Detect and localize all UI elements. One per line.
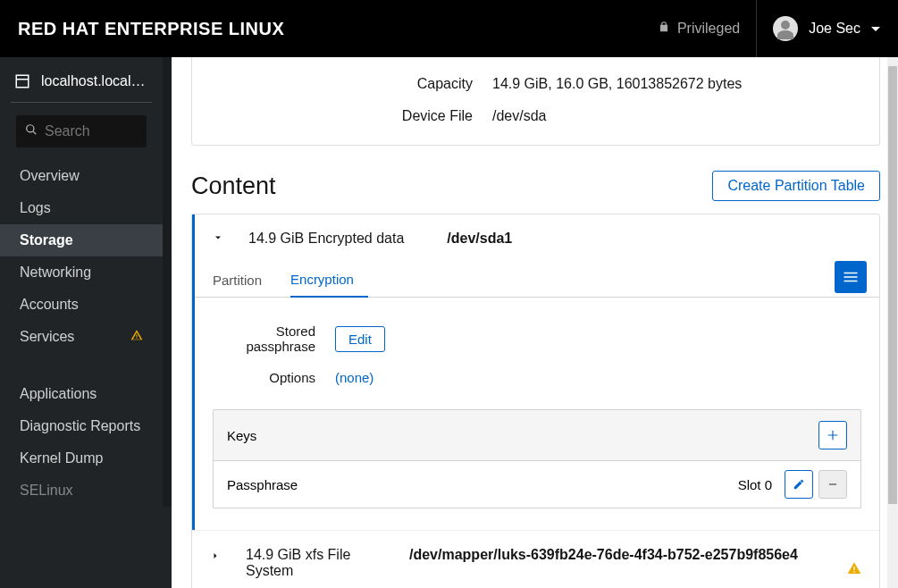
nav-applications[interactable]: Applications (0, 378, 163, 410)
sidebar: localhost.localdo... Overview Logs Stora… (0, 57, 172, 588)
capacity-value: 14.9 GiB, 16.0 GB, 16013852672 bytes (492, 76, 742, 92)
options-value[interactable]: (none) (335, 370, 373, 385)
nav-logs[interactable]: Logs (0, 192, 163, 224)
main-content: Capacity 14.9 GiB, 16.0 GB, 16013852672 … (172, 57, 898, 588)
privileged-label: Privileged (677, 21, 740, 37)
options-label: Options (213, 370, 315, 385)
svg-rect-6 (829, 483, 836, 484)
user-name: Joe Sec (809, 21, 860, 37)
tab-encryption[interactable]: Encryption (290, 263, 368, 298)
devicefile-label: Device File (214, 108, 473, 124)
content-header: Content Create Partition Table (191, 171, 880, 201)
tab-partition[interactable]: Partition (213, 264, 276, 297)
top-header: RED HAT ENTERPRISE LINUX Privileged Joe … (0, 0, 898, 57)
search-input[interactable] (45, 123, 138, 139)
partition-header[interactable]: 14.9 GiB Encrypted data /dev/sda1 (195, 214, 879, 263)
create-partition-table-button[interactable]: Create Partition Table (712, 171, 880, 201)
tabs: Partition Encryption (195, 263, 879, 298)
nav-primary: Overview Logs Storage Networking Account… (0, 160, 163, 507)
nav-gap (0, 353, 163, 378)
devicefile-value: /dev/sda (492, 108, 546, 124)
scrollbar-track[interactable] (887, 57, 898, 588)
product-title: RED HAT ENTERPRISE LINUX (18, 19, 284, 39)
chevron-right-icon[interactable] (210, 547, 221, 564)
svg-rect-3 (844, 273, 858, 274)
actions-menu-button[interactable] (835, 261, 867, 293)
avatar-icon (773, 16, 798, 41)
server-icon (14, 73, 30, 89)
encryption-body: Stored passphrase Edit Options (none) Ke… (195, 298, 879, 530)
content-card: 14.9 GiB Encrypted data /dev/sda1 Partit… (191, 214, 880, 588)
partition-description: 14.9 GiB Encrypted data (248, 231, 404, 247)
nav-diagnostic-reports[interactable]: Diagnostic Reports (0, 410, 163, 442)
key-type: Passphrase (227, 477, 298, 492)
capacity-label: Capacity (214, 76, 473, 92)
divider (11, 102, 152, 103)
edit-passphrase-button[interactable]: Edit (335, 326, 385, 352)
svg-rect-5 (844, 281, 858, 282)
nav-overview[interactable]: Overview (0, 160, 163, 192)
host-selector[interactable]: localhost.localdo... (0, 57, 163, 102)
partition-block: 14.9 GiB Encrypted data /dev/sda1 Partit… (192, 214, 879, 530)
svg-rect-0 (16, 75, 29, 88)
nav-kernel-dump[interactable]: Kernel Dump (0, 442, 163, 475)
nav-storage[interactable]: Storage (0, 224, 163, 256)
nav-services[interactable]: Services (0, 321, 163, 353)
filesystem-row[interactable]: 14.9 GiB xfs File System /dev/mapper/luk… (192, 530, 879, 588)
lock-icon (658, 21, 670, 37)
nav-selinux[interactable]: SELinux (0, 475, 163, 507)
scrollbar-thumb[interactable] (888, 66, 897, 504)
chevron-down-icon[interactable] (213, 232, 223, 246)
edit-key-button[interactable] (785, 470, 813, 499)
key-slot: Slot 0 (738, 477, 772, 492)
add-key-button[interactable] (818, 421, 847, 449)
key-row: Passphrase Slot 0 (214, 461, 860, 508)
keys-label: Keys (227, 428, 256, 443)
nav-accounts[interactable]: Accounts (0, 289, 163, 321)
privileged-indicator[interactable]: Privileged (642, 0, 757, 57)
keys-header: Keys (214, 410, 860, 461)
keys-box: Keys Passphrase Slot 0 (213, 409, 861, 508)
caret-down-icon (871, 27, 880, 31)
search-icon (25, 123, 38, 139)
host-name: localhost.localdo... (41, 73, 148, 89)
partition-device: /dev/sda1 (429, 231, 512, 247)
header-right: Privileged Joe Sec (642, 0, 880, 57)
warning-icon (847, 561, 861, 579)
stored-passphrase-label: Stored passphrase (213, 323, 315, 354)
device-info-card: Capacity 14.9 GiB, 16.0 GB, 16013852672 … (191, 57, 880, 146)
user-menu[interactable]: Joe Sec (757, 16, 880, 41)
content-title: Content (191, 172, 276, 200)
warning-icon (130, 329, 143, 345)
remove-key-button[interactable] (818, 470, 847, 499)
filesystem-path: /dev/mapper/luks-639fb24e-76de-4f34-b752… (409, 547, 861, 563)
filesystem-description: 14.9 GiB xfs File System (246, 547, 384, 579)
nav-networking[interactable]: Networking (0, 256, 163, 289)
svg-rect-4 (844, 276, 858, 278)
search-box[interactable] (16, 115, 147, 147)
